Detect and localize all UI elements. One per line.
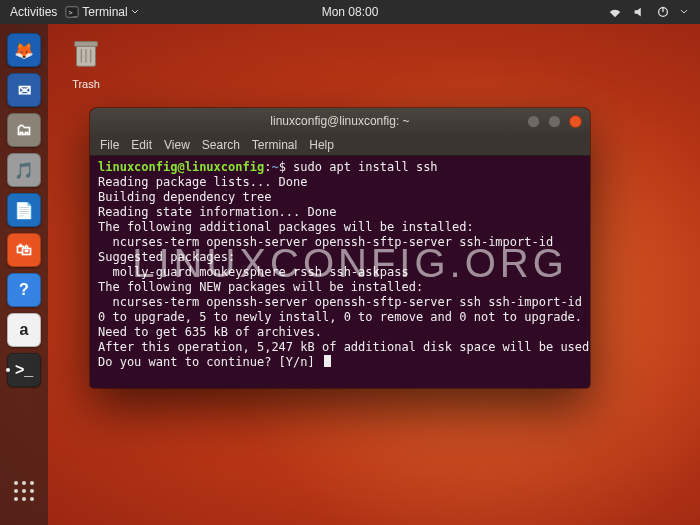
appmenu-label: Terminal bbox=[82, 5, 127, 19]
window-titlebar[interactable]: linuxconfig@linuxconfig: ~ bbox=[90, 108, 590, 134]
svg-point-14 bbox=[30, 489, 34, 493]
activities-button[interactable]: Activities bbox=[10, 5, 57, 19]
dock-item-writer[interactable]: 📄 bbox=[4, 190, 44, 230]
window-title: linuxconfig@linuxconfig: ~ bbox=[270, 114, 409, 128]
terminal-icon: >_ bbox=[7, 353, 41, 387]
terminal-window: linuxconfig@linuxconfig: ~ File Edit Vie… bbox=[90, 108, 590, 388]
apps-grid-icon bbox=[11, 478, 37, 504]
top-bar: Activities >_ Terminal Mon 08:00 bbox=[0, 0, 700, 24]
chevron-down-icon bbox=[131, 8, 139, 16]
show-applications-button[interactable] bbox=[4, 471, 44, 511]
svg-rect-5 bbox=[75, 42, 98, 47]
svg-point-11 bbox=[30, 481, 34, 485]
terminal-cursor bbox=[324, 355, 331, 367]
dock-item-files[interactable]: 🗂 bbox=[4, 110, 44, 150]
menu-view[interactable]: View bbox=[164, 138, 190, 152]
dock-item-software[interactable]: 🛍 bbox=[4, 230, 44, 270]
menu-search[interactable]: Search bbox=[202, 138, 240, 152]
software-icon: 🛍 bbox=[7, 233, 41, 267]
svg-point-13 bbox=[22, 489, 26, 493]
window-close-button[interactable] bbox=[569, 115, 582, 128]
clock[interactable]: Mon 08:00 bbox=[322, 5, 379, 19]
volume-icon bbox=[632, 5, 646, 19]
menu-terminal[interactable]: Terminal bbox=[252, 138, 297, 152]
firefox-icon: 🦊 bbox=[7, 33, 41, 67]
power-icon bbox=[656, 5, 670, 19]
files-icon: 🗂 bbox=[7, 113, 41, 147]
svg-text:>_: >_ bbox=[69, 9, 78, 17]
terminal-output[interactable]: linuxconfig@linuxconfig:~$ sudo apt inst… bbox=[90, 156, 590, 388]
window-maximize-button[interactable] bbox=[548, 115, 561, 128]
dock-item-amazon[interactable]: a bbox=[4, 310, 44, 350]
help-icon: ? bbox=[7, 273, 41, 307]
menu-edit[interactable]: Edit bbox=[131, 138, 152, 152]
system-status-area[interactable] bbox=[608, 5, 700, 19]
terminal-icon: >_ bbox=[65, 5, 79, 19]
trash-icon bbox=[67, 34, 105, 72]
desktop-trash[interactable]: Trash bbox=[58, 34, 114, 90]
menu-file[interactable]: File bbox=[100, 138, 119, 152]
menubar: File Edit View Search Terminal Help bbox=[90, 134, 590, 156]
dock-item-rhythmbox[interactable]: 🎵 bbox=[4, 150, 44, 190]
svg-point-17 bbox=[30, 497, 34, 501]
network-icon bbox=[608, 5, 622, 19]
appmenu-terminal[interactable]: >_ Terminal bbox=[61, 5, 142, 19]
dock-item-firefox[interactable]: 🦊 bbox=[4, 30, 44, 70]
svg-point-10 bbox=[22, 481, 26, 485]
writer-icon: 📄 bbox=[7, 193, 41, 227]
dock-item-thunderbird[interactable]: ✉ bbox=[4, 70, 44, 110]
amazon-icon: a bbox=[7, 313, 41, 347]
desktop-trash-label: Trash bbox=[58, 78, 114, 90]
chevron-down-icon bbox=[680, 8, 688, 16]
menu-help[interactable]: Help bbox=[309, 138, 334, 152]
svg-point-15 bbox=[14, 497, 18, 501]
svg-point-16 bbox=[22, 497, 26, 501]
dock-item-terminal[interactable]: >_ bbox=[4, 350, 44, 390]
dock-item-help[interactable]: ? bbox=[4, 270, 44, 310]
svg-point-9 bbox=[14, 481, 18, 485]
svg-point-12 bbox=[14, 489, 18, 493]
dock: 🦊✉🗂🎵📄🛍?a>_ bbox=[0, 24, 48, 525]
window-minimize-button[interactable] bbox=[527, 115, 540, 128]
thunderbird-icon: ✉ bbox=[7, 73, 41, 107]
rhythmbox-icon: 🎵 bbox=[7, 153, 41, 187]
